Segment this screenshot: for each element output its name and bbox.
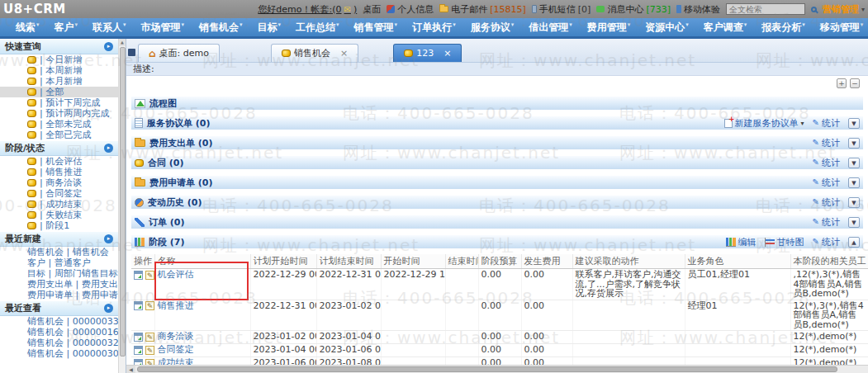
menu-item-customers[interactable]: 客户▾ xyxy=(47,21,86,35)
stage-name-link[interactable]: 商务洽谈 xyxy=(158,331,194,342)
email-link[interactable]: 电子邮件[15815] xyxy=(439,3,526,16)
sidebar-item-recent-created-expense-request[interactable]: 费用申请单 | 费用申请单 xyxy=(0,290,118,300)
horizontal-scrollbar[interactable]: ◀ xyxy=(126,365,868,373)
edit-record-icon[interactable]: ✎ xyxy=(145,271,154,280)
sidebar-scrollbar-thumb[interactable] xyxy=(120,47,126,356)
column-header[interactable]: 结束时间 xyxy=(445,254,478,269)
section-arrow-icon[interactable]: ▸ xyxy=(104,42,113,51)
sidebar-section-quick-query[interactable]: 快速查询 ▸ xyxy=(0,39,118,54)
menu-item-resource-center[interactable]: 资源中心▾ xyxy=(638,21,696,35)
sms-link[interactable]: 手机短信 [0] xyxy=(532,3,591,16)
edit-record-icon[interactable]: ✎ xyxy=(145,301,154,310)
menu-item-market-mgmt[interactable]: 市场管理▾ xyxy=(134,21,192,35)
stat-button[interactable]: ✎ 统计 xyxy=(813,236,840,248)
column-header[interactable]: 建议采取的动作 xyxy=(572,254,685,269)
panel-dropdown-button[interactable]: ▼ xyxy=(848,158,860,168)
column-header[interactable]: 名称 xyxy=(154,254,250,269)
mobile-experience-link[interactable]: 移动体验 xyxy=(676,3,720,16)
panel-service-agreements[interactable]: 服务协议单 (0) 新建服务协议单 ▾ ✎ 统计 ▼ xyxy=(131,116,863,130)
menu-item-leads[interactable]: 线索▾ xyxy=(8,21,47,35)
menu-item-targets[interactable]: 目标▾ xyxy=(250,21,289,35)
section-arrow-icon[interactable]: ▸ xyxy=(104,144,113,153)
menu-item-order-execution[interactable]: 订单执行▾ xyxy=(405,21,463,35)
column-header[interactable]: 开始时间 xyxy=(381,254,445,269)
menu-item-work-summary[interactable]: 工作总结▾ xyxy=(288,21,347,35)
menu-item-service-agreement[interactable]: 服务协议▾ xyxy=(463,21,522,35)
menu-item-mobile-mgmt[interactable]: 移动管理▾ xyxy=(813,21,868,35)
column-header[interactable]: 本阶段的相关员工 xyxy=(790,254,868,269)
stage-name-link[interactable]: 机会评估 xyxy=(158,269,194,280)
menu-item-sales-mgmt[interactable]: 销售管理▾ xyxy=(347,21,406,35)
column-header[interactable]: 计划开始时间 xyxy=(250,254,316,269)
gantt-button[interactable]: 甘特图 xyxy=(765,236,804,248)
column-header[interactable]: 阶段预算 xyxy=(478,254,521,269)
scroll-left-icon[interactable]: ◀ xyxy=(126,366,135,373)
panel-dropdown-button[interactable]: ▼ xyxy=(848,197,860,208)
panel-flowchart[interactable]: 流程图 xyxy=(131,96,863,110)
tabbar-menu-icon[interactable] xyxy=(128,49,135,56)
menu-item-contacts[interactable]: 联系人▾ xyxy=(85,21,134,35)
expand-all-button[interactable]: + xyxy=(837,78,847,88)
view-record-icon[interactable] xyxy=(134,346,143,355)
view-record-icon[interactable] xyxy=(134,333,143,342)
panel-dropdown-button[interactable]: ▼ xyxy=(848,177,860,188)
edit-record-icon[interactable]: ✎ xyxy=(145,333,154,342)
panel-expense-requests[interactable]: 费用申请单 (0) ✎ 统计 ▼ xyxy=(131,175,863,189)
edit-button[interactable]: 编辑 xyxy=(726,236,757,248)
menu-item-lending-mgmt[interactable]: 借出管理▾ xyxy=(521,21,580,35)
column-header[interactable]: 发生费用 xyxy=(521,254,572,269)
stage-name-link[interactable]: 合同签定 xyxy=(158,344,194,355)
desktop-link[interactable]: 桌面 xyxy=(363,3,381,16)
column-header[interactable]: 操作 xyxy=(131,254,154,269)
message-center-link[interactable]: 消息中心[733] xyxy=(596,3,671,16)
close-icon[interactable]: × xyxy=(443,48,451,59)
stat-button[interactable]: ✎ 统计 xyxy=(813,216,840,229)
sidebar-scrollbar[interactable]: ▲ xyxy=(118,39,126,373)
menu-item-sales-opportunity[interactable]: 销售机会▾ xyxy=(192,21,250,35)
stat-button[interactable]: ✎ 统计 xyxy=(813,196,840,209)
panel-dropdown-button[interactable]: ▼ xyxy=(848,217,860,228)
column-header[interactable]: 计划结束时间 xyxy=(316,254,381,269)
section-arrow-icon[interactable]: ▸ xyxy=(104,234,113,243)
tab-desktop[interactable]: ⌂ 桌面: demo xyxy=(138,44,220,62)
panel-change-history[interactable]: 变动历史 (0) ✎ 统计 ▼ xyxy=(131,195,863,209)
sidebar-item-all-finished[interactable]: | 全部已完成 xyxy=(0,130,118,140)
stat-button[interactable]: ✎ 统计 xyxy=(813,177,840,189)
panel-expense-payments[interactable]: 费用支出单 (0) ✎ 统计 ▼ xyxy=(131,135,863,149)
edit-record-icon[interactable]: ✎ xyxy=(145,346,154,355)
sidebar-item-recent-viewed-30[interactable]: 销售机会 | 00000030 xyxy=(0,348,118,359)
menu-item-expense-mgmt[interactable]: 费用管理▾ xyxy=(580,21,638,35)
panel-dropdown-button[interactable]: ▼ xyxy=(848,138,860,149)
menu-item-report-analysis[interactable]: 报表分析▾ xyxy=(754,21,813,35)
new-service-agreement-button[interactable]: 新建服务协议单 ▾ xyxy=(724,117,804,130)
panel-contracts[interactable]: 合同 (0) ✎ 统计 ▼ xyxy=(131,155,863,169)
section-arrow-icon[interactable]: ▸ xyxy=(104,304,113,313)
collapse-all-button[interactable]: − xyxy=(850,78,860,88)
column-header[interactable]: 业务角色 xyxy=(685,254,790,269)
search-icon[interactable] xyxy=(811,7,817,12)
close-icon[interactable]: × xyxy=(340,48,348,59)
stat-button[interactable]: ✎ 统计 xyxy=(813,137,840,149)
scroll-up-icon[interactable]: ▲ xyxy=(119,39,126,46)
role-menu[interactable]: 营销管理 ▾ xyxy=(823,3,865,16)
panel-orders[interactable]: 订单 (0) ✎ 统计 ▼ xyxy=(131,215,863,229)
view-record-icon[interactable] xyxy=(134,301,143,310)
horizontal-scrollbar-thumb[interactable] xyxy=(137,366,837,372)
personal-info-link[interactable]: 个人信息 xyxy=(387,3,434,16)
global-search-input[interactable] xyxy=(726,3,805,15)
panel-dropdown-button[interactable]: ▼ xyxy=(848,118,860,129)
tab-123[interactable]: 123 × xyxy=(393,44,462,62)
sidebar-item-stage1[interactable]: | 阶段1 xyxy=(0,220,118,231)
menu-item-customer-survey[interactable]: 客户调查▾ xyxy=(696,21,755,35)
sidebar-section-recent-viewed[interactable]: 最近查看 ▸ xyxy=(0,300,118,316)
stat-button[interactable]: ✎ 统计 xyxy=(813,117,840,130)
sidebar-section-recent-created[interactable]: 最近新建 ▸ xyxy=(0,231,118,247)
panel-collapse-button[interactable]: ▲ xyxy=(848,237,860,248)
stat-button[interactable]: ✎ 统计 xyxy=(813,157,840,169)
view-record-icon[interactable] xyxy=(134,271,143,280)
sidebar-section-stage-status[interactable]: 阶段/状态 ▸ xyxy=(0,140,118,156)
tab-sales-opportunity[interactable]: 销售机会 × xyxy=(271,44,358,62)
account-greeting-link[interactable]: 您好demo！帐套:(0✉) xyxy=(258,3,357,16)
stage-name-link[interactable]: 销售推进 xyxy=(158,300,194,311)
panel-stages[interactable]: 阶段 (7) 编辑 甘特图 ✎ 统计 xyxy=(131,234,863,248)
